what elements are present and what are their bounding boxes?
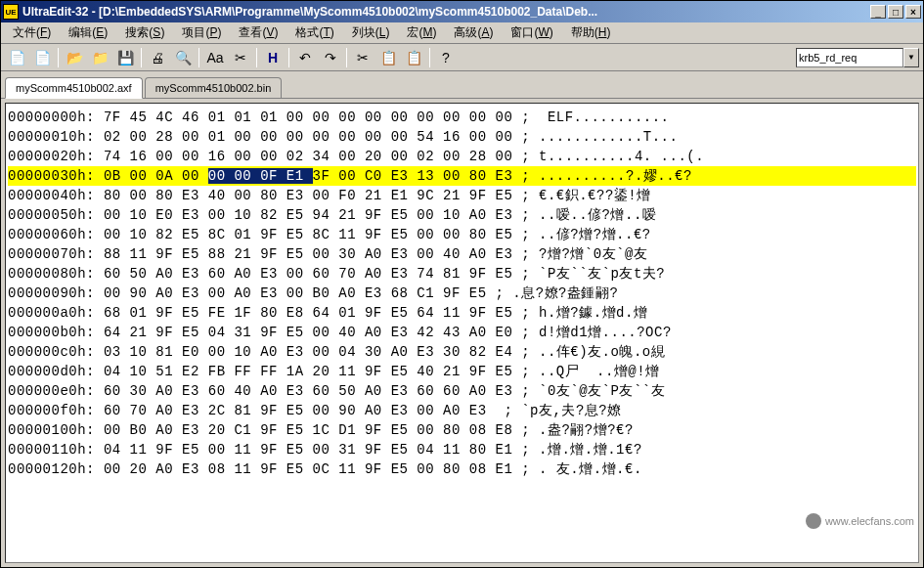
search-input[interactable] <box>796 48 903 67</box>
minimize-button[interactable]: _ <box>870 5 886 19</box>
titlebar: UE UltraEdit-32 - [D:\EmbeddedSYS\ARM\Pr… <box>1 1 923 22</box>
menu-l[interactable]: 列块(L) <box>344 22 398 43</box>
hex-row[interactable]: 000000b0h: 64 21 9F E5 04 31 9F E5 00 40… <box>8 323 916 342</box>
search-box: ▼ <box>796 48 919 67</box>
menu-s[interactable]: 搜索(S) <box>117 22 172 43</box>
menu-a[interactable]: 高级(A) <box>446 22 501 43</box>
new-proj-icon[interactable]: 📄 <box>30 47 54 68</box>
hex-row[interactable]: 00000030h: 0B 00 0A 00 00 00 0F E1 3F 00… <box>8 166 916 186</box>
menu-m[interactable]: 宏(M) <box>399 22 444 43</box>
toolbar-separator <box>198 48 199 67</box>
toolbar-separator <box>141 48 142 67</box>
toolbar-separator <box>58 48 59 67</box>
save-icon[interactable]: 💾 <box>113 47 137 68</box>
toolbar-separator <box>429 48 430 67</box>
menu-h[interactable]: 帮助(H) <box>563 22 619 43</box>
help-icon[interactable]: ? <box>434 47 458 68</box>
hex-row[interactable]: 00000120h: 00 20 A0 E3 08 11 9F E5 0C 11… <box>8 459 916 479</box>
tab[interactable]: myScomm4510b002.bin <box>145 77 283 98</box>
cut-icon[interactable]: ✂ <box>351 47 374 68</box>
new-file-icon[interactable]: 📄 <box>5 47 28 68</box>
open-icon[interactable]: 📂 <box>63 47 86 68</box>
app-icon: UE <box>3 4 19 20</box>
menubar: 文件(F)编辑(E)搜索(S)项目(P)查看(V)格式(T)列块(L)宏(M)高… <box>1 22 923 44</box>
redo-icon[interactable]: ↷ <box>319 47 342 68</box>
hex-row[interactable]: 00000020h: 74 16 00 00 16 00 00 02 34 00… <box>8 147 916 166</box>
hex-row[interactable]: 00000090h: 00 90 A0 E3 00 A0 E3 00 B0 A0… <box>8 284 916 303</box>
menu-e[interactable]: 编辑(E) <box>61 22 115 43</box>
close-button[interactable]: × <box>905 5 921 19</box>
hex-row[interactable]: 00000070h: 88 11 9F E5 88 21 9F E5 00 30… <box>8 244 916 264</box>
hex-row[interactable]: 00000080h: 60 50 A0 E3 60 A0 E3 00 60 70… <box>8 264 916 284</box>
hex-row[interactable]: 000000c0h: 03 10 81 E0 00 10 A0 E3 00 04… <box>8 342 916 362</box>
window-title: UltraEdit-32 - [D:\EmbeddedSYS\ARM\Progr… <box>22 5 870 19</box>
preview-icon[interactable]: 🔍 <box>171 47 195 68</box>
open-folder-icon[interactable]: 📁 <box>88 47 111 68</box>
hex-row[interactable]: 00000040h: 80 00 80 E3 40 00 80 E3 00 F0… <box>8 186 916 205</box>
search-dropdown-icon[interactable]: ▼ <box>903 48 919 67</box>
hex-row[interactable]: 000000a0h: 68 01 9F E5 FE 1F 80 E8 64 01… <box>8 303 916 323</box>
content-panel: 00000000h: 7F 45 4C 46 01 01 01 00 00 00… <box>1 99 923 567</box>
toolbar: 📄📄📂📁💾🖨🔍Aa✂H↶↷✂📋📋?▼ <box>1 44 923 71</box>
hex-row[interactable]: 00000060h: 00 10 82 E5 8C 01 9F E5 8C 11… <box>8 225 916 244</box>
undo-icon[interactable]: ↶ <box>293 47 317 68</box>
hex-row[interactable]: 00000000h: 7F 45 4C 46 01 01 01 00 00 00… <box>8 108 916 127</box>
hex-row[interactable]: 000000e0h: 60 30 A0 E3 60 40 A0 E3 60 50… <box>8 381 916 401</box>
menu-p[interactable]: 项目(P) <box>174 22 229 43</box>
maximize-button[interactable]: □ <box>888 5 903 19</box>
menu-w[interactable]: 窗口(W) <box>503 22 560 43</box>
hex-row[interactable]: 00000050h: 00 10 E0 E3 00 10 82 E5 94 21… <box>8 205 916 225</box>
font-icon[interactable]: Aa <box>203 47 227 68</box>
hex-row[interactable]: 000000d0h: 04 10 51 E2 FB FF FF 1A 20 11… <box>8 362 916 381</box>
hex-mode-icon[interactable]: H <box>261 47 285 68</box>
hex-editor[interactable]: 00000000h: 7F 45 4C 46 01 01 01 00 00 00… <box>5 103 919 563</box>
hex-row[interactable]: 000000f0h: 60 70 A0 E3 2C 81 9F E5 00 90… <box>8 401 916 420</box>
print-icon[interactable]: 🖨 <box>146 47 169 68</box>
copy-icon[interactable]: 📋 <box>376 47 400 68</box>
toolbar-separator <box>346 48 347 67</box>
menu-t[interactable]: 格式(T) <box>287 22 341 43</box>
tab[interactable]: myScomm4510b002.axf <box>5 77 143 99</box>
hex-row[interactable]: 00000010h: 02 00 28 00 01 00 00 00 00 00… <box>8 127 916 147</box>
tabbar: myScomm4510b002.axfmyScomm4510b002.bin <box>1 71 923 99</box>
menu-v[interactable]: 查看(V) <box>231 22 286 43</box>
copy-format-icon[interactable]: ✂ <box>229 47 252 68</box>
hex-row[interactable]: 00000110h: 04 11 9F E5 00 11 9F E5 00 31… <box>8 440 916 459</box>
toolbar-separator <box>288 48 289 67</box>
toolbar-separator <box>256 48 257 67</box>
paste-icon[interactable]: 📋 <box>402 47 425 68</box>
hex-row[interactable]: 00000100h: 00 B0 A0 E3 20 C1 9F E5 1C D1… <box>8 420 916 440</box>
menu-f[interactable]: 文件(F) <box>5 22 59 43</box>
